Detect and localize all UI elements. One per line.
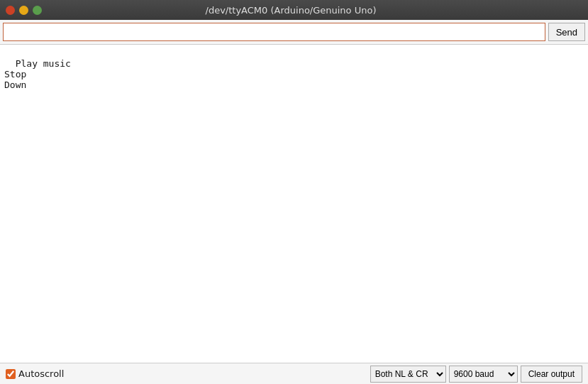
- bottom-bar: Autoscroll Both NL & CR No line ending N…: [0, 363, 588, 384]
- bottom-controls: Both NL & CR No line ending Newline Carr…: [370, 366, 582, 383]
- clear-output-button[interactable]: Clear output: [521, 366, 582, 383]
- output-area: Play music Stop Down: [0, 45, 588, 363]
- window-title: /dev/ttyACM0 (Arduino/Genuino Uno): [0, 5, 582, 16]
- autoscroll-checkbox[interactable]: [6, 369, 16, 379]
- autoscroll-label[interactable]: Autoscroll: [18, 368, 64, 379]
- send-button[interactable]: Send: [548, 23, 585, 41]
- title-bar: /dev/ttyACM0 (Arduino/Genuino Uno): [0, 0, 588, 20]
- autoscroll-wrapper: Autoscroll: [6, 368, 366, 379]
- baud-rate-select[interactable]: 9600 baud 300 baud 1200 baud 2400 baud 4…: [449, 366, 518, 383]
- line-ending-select[interactable]: Both NL & CR No line ending Newline Carr…: [370, 366, 446, 383]
- input-row: Send: [0, 20, 588, 45]
- serial-input[interactable]: [3, 23, 545, 41]
- output-text: Play music Stop Down: [4, 58, 71, 90]
